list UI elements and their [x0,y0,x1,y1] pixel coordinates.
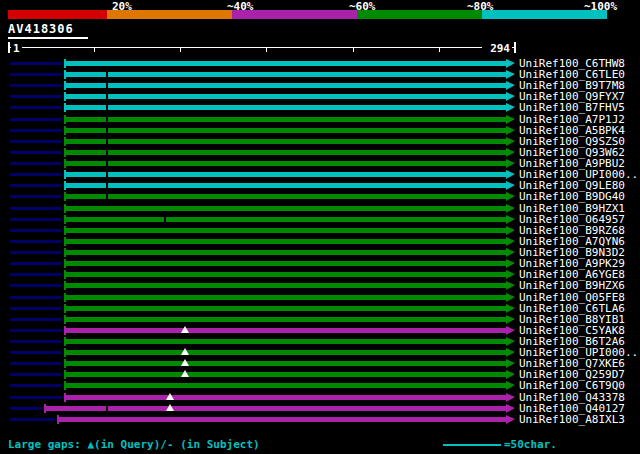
alignment-bar[interactable] [64,94,506,99]
hit-label[interactable]: UniRef100_B9HZX6 [519,280,625,291]
alignment-bar[interactable] [64,128,506,133]
bar-arrowhead-icon [506,137,515,146]
bar-start-cap [64,326,66,335]
alignment-bar[interactable] [64,72,506,77]
ruler-tick [94,48,95,52]
hit-label[interactable]: UniRef100_A7P1J2 [519,114,625,125]
alignment-bar[interactable] [64,183,506,188]
hit-label[interactable]: UniRef100_C6T9Q0 [519,380,625,391]
alignment-bar[interactable] [64,117,506,122]
alignment-row: UniRef100_Q43378 [0,392,640,403]
bar-arrowhead-icon [506,326,515,335]
unaligned-region [10,118,62,121]
bar-arrowhead-icon [506,192,515,201]
bar-arrowhead-icon [506,381,515,390]
alignment-bar[interactable] [64,83,506,88]
subject-gap-mark [106,94,108,99]
alignment-bar[interactable] [64,239,506,244]
bar-arrowhead-icon [506,103,515,112]
alignment-bar[interactable] [64,217,506,222]
alignment-bar[interactable] [64,339,506,344]
alignment-bar[interactable] [64,361,506,366]
bar-start-cap [64,393,66,402]
unaligned-region [10,240,62,243]
alignment-bar[interactable] [64,161,506,166]
hit-label[interactable]: UniRef100_B9HZX1 [519,203,625,214]
alignment-bar[interactable] [64,295,506,300]
hit-label[interactable]: UniRef100_C6TLA6 [519,303,625,314]
unaligned-region [10,373,62,376]
alignment-bar[interactable] [64,105,506,110]
alignment-bar[interactable] [64,139,506,144]
scale-segment-40 [107,10,232,19]
subject-gap-mark [106,105,108,110]
unaligned-region [10,251,62,254]
alignment-bar[interactable] [64,206,506,211]
hit-label[interactable]: UniRef100_Q05FE8 [519,292,625,303]
alignment-bar[interactable] [64,150,506,155]
alignment-bar[interactable] [57,417,506,422]
alignment-bar[interactable] [64,328,506,333]
scale-segment-20 [8,10,107,19]
alignment-bar[interactable] [64,261,506,266]
unaligned-region [10,106,62,109]
alignment-bar[interactable] [64,383,506,388]
unaligned-region [10,95,62,98]
query-bar [8,37,88,39]
alignment-row: UniRef100_Q05FE8 [0,292,640,303]
bar-start-cap [64,270,66,279]
scale-segment-80 [357,10,482,19]
bar-arrowhead-icon [506,348,515,357]
bar-start-cap [44,404,46,413]
alignment-bar[interactable] [64,250,506,255]
bar-arrowhead-icon [506,215,515,224]
subject-gap-mark [106,172,108,177]
hit-label[interactable]: UniRef100_B9DG40 [519,191,625,202]
ruler: 1 294 [0,42,640,56]
bar-arrowhead-icon [506,259,515,268]
bar-arrowhead-icon [506,404,515,413]
unaligned-region [10,73,62,76]
alignment-row: UniRef100_A8IXL3 [0,414,640,425]
bar-start-cap [64,81,66,90]
bar-start-cap [64,204,66,213]
bar-start-cap [64,192,66,201]
bar-start-cap [57,415,59,424]
hit-label[interactable]: UniRef100_A8IXL3 [519,414,625,425]
bar-arrowhead-icon [506,226,515,235]
subject-gap-mark [106,139,108,144]
bar-start-cap [64,348,66,357]
alignment-bar[interactable] [64,172,506,177]
subject-gap-mark [106,161,108,166]
scale-segment-60 [232,10,357,19]
alignment-bar[interactable] [64,395,506,400]
alignment-row: UniRef100_B7FHV5 [0,102,640,113]
alignment-bar[interactable] [64,317,506,322]
ruler-tick [266,48,267,52]
ruler-start-number: 1 [11,42,22,55]
alignment-bar[interactable] [64,350,506,355]
unaligned-region [10,218,62,221]
alignment-bar[interactable] [64,372,506,377]
alignment-bar[interactable] [64,194,506,199]
alignment-bar[interactable] [64,228,506,233]
gaps-legend: Large gaps: ▲(in Query)/- (in Subject) [8,438,260,451]
alignment-bar[interactable] [64,283,506,288]
query-gap-mark-icon [181,326,189,333]
bar-arrowhead-icon [506,115,515,124]
alignment-bar[interactable] [64,61,506,66]
alignment-row: UniRef100_C6TLA6 [0,303,640,314]
subject-gap-mark [106,183,108,188]
hit-label[interactable]: UniRef100_Q43378 [519,392,625,403]
bar-start-cap [64,359,66,368]
bar-start-cap [64,103,66,112]
unaligned-region [10,140,62,143]
bar-start-cap [64,304,66,313]
alignment-bar[interactable] [64,272,506,277]
unaligned-region [10,384,62,387]
query-gap-mark-icon [166,404,174,411]
bar-arrowhead-icon [506,70,515,79]
alignment-bar[interactable] [64,306,506,311]
hit-label[interactable]: UniRef100_B7FHV5 [519,102,625,113]
alignment-bar[interactable] [44,406,506,411]
